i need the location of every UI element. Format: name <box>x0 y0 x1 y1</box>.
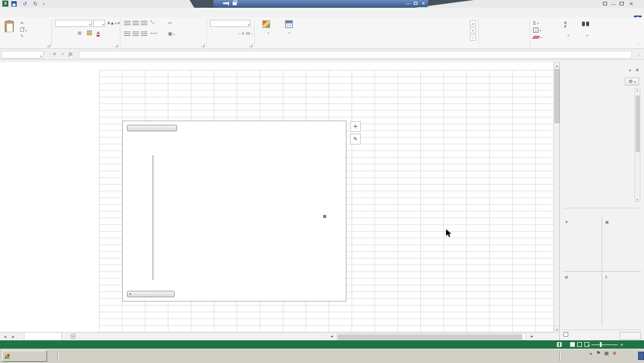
font-size-combo[interactable]: ▾ <box>93 20 105 27</box>
tray-flag-icon[interactable]: ⚑ <box>596 350 600 356</box>
zoom-in-icon[interactable]: + <box>620 342 623 348</box>
name-box[interactable]: ▾ <box>1 51 44 59</box>
clear-button[interactable]: ▾ <box>533 35 541 39</box>
font-color-icon[interactable]: A <box>97 30 100 36</box>
ribbon-options-icon[interactable] <box>602 1 608 7</box>
zoom-slider[interactable] <box>592 344 618 345</box>
scroll-left-icon[interactable]: ◀ <box>330 334 333 338</box>
conditional-formatting-button[interactable]: ▾ <box>256 30 280 35</box>
page-layout-view-icon[interactable] <box>577 342 582 347</box>
autosum-button[interactable]: Σ ▾ <box>533 20 538 26</box>
chart-legend[interactable] <box>323 214 327 219</box>
chart-value-field-button[interactable] <box>127 125 177 131</box>
vertical-scroll-thumb[interactable] <box>555 69 559 123</box>
conditional-formatting-icon[interactable] <box>262 20 270 28</box>
font-dialog-launcher[interactable] <box>115 44 118 47</box>
insert-function-icon[interactable]: fx <box>69 51 73 57</box>
horizontal-scroll-thumb[interactable] <box>338 334 522 340</box>
new-sheet-icon[interactable]: + <box>70 334 76 339</box>
tools-gear-icon[interactable]: ⚙ ▾ <box>625 78 639 85</box>
window-close-icon[interactable]: ✕ <box>628 1 634 7</box>
defer-layout-checkbox[interactable] <box>564 332 568 337</box>
borders-icon[interactable]: ⊞ <box>78 30 82 36</box>
normal-view-icon[interactable] <box>570 342 575 347</box>
paste-icon[interactable] <box>5 21 14 32</box>
start-button[interactable] <box>2 350 47 362</box>
enter-formula-icon[interactable]: ✓ <box>61 51 65 57</box>
hidden-icons-icon[interactable]: ▴ <box>590 350 592 356</box>
align-right-icon[interactable] <box>141 32 147 36</box>
find-select-button[interactable]: ▾ <box>578 33 596 37</box>
horizontal-scrollbar[interactable]: ◀ ▶ <box>329 333 534 340</box>
scroll-right-icon[interactable]: ▶ <box>531 334 533 338</box>
field-list-scroll-down-icon[interactable]: ▾ <box>635 198 640 201</box>
window-restore-icon[interactable] <box>618 1 625 7</box>
align-left-icon[interactable] <box>124 32 131 36</box>
rdp-close-icon[interactable]: ✕ <box>420 0 427 7</box>
sheet-nav-next-icon[interactable]: ▶ <box>12 334 15 339</box>
styles-more-icon[interactable]: ▽ <box>470 35 476 41</box>
fill-button[interactable]: ↓ ▾ <box>533 27 541 33</box>
copy-button[interactable]: ▾ <box>20 27 26 32</box>
grow-font-icon[interactable]: A▲ <box>107 20 114 26</box>
merge-center-button[interactable]: ▦ ▾ <box>168 32 175 36</box>
pin-icon[interactable] <box>223 2 228 4</box>
rdp-restore-icon[interactable] <box>412 0 419 7</box>
styles-scroll-up-icon[interactable]: ▴ <box>470 20 476 26</box>
chart-axis-field-button[interactable]: ▾ <box>127 291 175 297</box>
find-select-icon[interactable] <box>582 21 589 26</box>
indent-icons[interactable]: ⇦⇨ <box>150 30 157 36</box>
sheet-nav-prev-icon[interactable]: ◀ <box>4 334 7 339</box>
align-center-icon[interactable] <box>132 32 139 36</box>
clipboard-dialog-launcher[interactable] <box>47 44 50 47</box>
font-name-combo[interactable]: ▾ <box>55 20 92 27</box>
zoom-slider-thumb[interactable] <box>600 342 602 347</box>
format-as-table-button[interactable]: ▾ <box>279 30 299 35</box>
styles-scroll-down-icon[interactable]: ▾ <box>470 27 476 33</box>
number-format-combo[interactable]: ▾ <box>210 20 250 27</box>
tab-splitter[interactable]: ⋮ <box>324 334 329 339</box>
redo-icon[interactable]: ↻ <box>33 1 38 7</box>
sort-filter-icon[interactable]: AZ <box>564 21 566 28</box>
cancel-formula-icon[interactable]: ✕ <box>52 51 57 57</box>
format-painter-button[interactable]: ✎ <box>20 34 24 39</box>
tray-network-icon[interactable]: ▦ <box>605 350 609 356</box>
update-button[interactable] <box>620 332 641 340</box>
sort-filter-button[interactable]: ▾ <box>559 33 577 37</box>
pane-close-icon[interactable]: ✕ <box>635 67 639 73</box>
decimal-buttons[interactable]: ←.0 .00→ <box>237 30 253 36</box>
tray-alert-icon[interactable]: ⊗ <box>612 350 617 356</box>
formula-bar-expand-icon[interactable]: ⌄ <box>637 52 640 56</box>
zoom-out-icon[interactable]: − <box>587 342 590 348</box>
align-middle-icon[interactable] <box>132 21 139 26</box>
alignment-dialog-launcher[interactable] <box>202 44 205 47</box>
align-top-icon[interactable] <box>124 21 131 26</box>
sheet-tab[interactable] <box>24 333 62 340</box>
name-box-dropdown-icon[interactable]: ▾ <box>40 53 42 60</box>
language-tray-icon[interactable] <box>638 352 644 360</box>
window-minimize-icon[interactable]: — <box>610 1 617 7</box>
qat-more-icon[interactable]: ▾ <box>43 1 45 7</box>
fill-color-icon[interactable] <box>87 30 92 37</box>
chart-elements-button[interactable]: + <box>350 121 361 132</box>
formula-input[interactable] <box>79 51 632 59</box>
undo-icon[interactable]: ↺ <box>23 1 27 7</box>
collapse-ribbon-icon[interactable]: ˆ <box>638 43 639 47</box>
field-list-scroll-up-icon[interactable]: ▴ <box>635 89 640 92</box>
format-as-table-icon[interactable] <box>285 20 293 28</box>
wrap-text-button[interactable]: ↩ <box>168 21 172 26</box>
orientation-icon[interactable]: ⤡ <box>150 20 154 26</box>
number-dialog-launcher[interactable] <box>249 44 252 47</box>
field-list-scroll-thumb[interactable] <box>636 96 640 152</box>
pane-options-icon[interactable]: ▾ <box>629 68 631 72</box>
rdp-minimize-icon[interactable]: — <box>404 0 411 7</box>
pivot-chart[interactable]: ▾ <box>122 121 346 302</box>
field-list-scrollbar[interactable]: ▴ ▾ <box>634 88 640 202</box>
vertical-scrollbar[interactable]: ▴ ▾ <box>553 62 559 332</box>
chart-styles-button[interactable]: ✎ <box>350 134 361 144</box>
save-icon[interactable] <box>11 1 17 7</box>
align-bottom-icon[interactable] <box>141 21 147 26</box>
cut-button[interactable]: ✂ <box>20 21 24 26</box>
macro-grid-icon[interactable] <box>557 342 562 347</box>
chart-plot-area[interactable] <box>153 150 326 279</box>
